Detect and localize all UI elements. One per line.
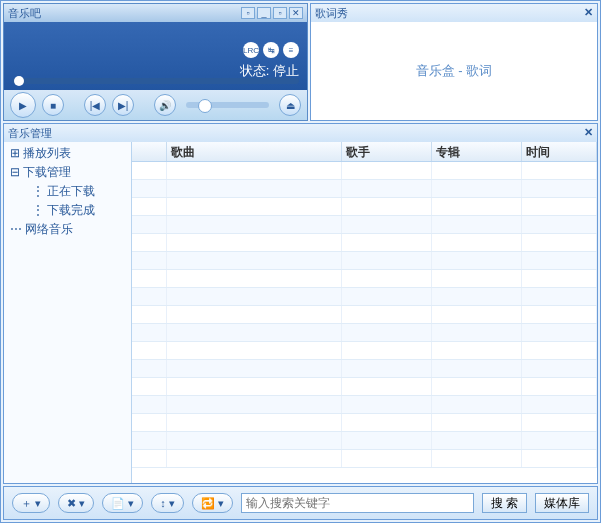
export-button[interactable]: 📄 ▾ bbox=[102, 493, 143, 513]
tree-item-downloading[interactable]: ⋮ 正在下载 bbox=[26, 182, 129, 201]
bottom-toolbar: ＋ ▾ ✖ ▾ 📄 ▾ ↕ ▾ 🔁 ▾ 搜 索 媒体库 bbox=[3, 486, 598, 520]
table-row[interactable] bbox=[132, 324, 597, 342]
search-button[interactable]: 搜 索 bbox=[482, 493, 527, 513]
player-titlebar: 音乐吧 ▫ _ ▫ ✕ bbox=[4, 4, 307, 22]
player-title-text: 音乐吧 bbox=[8, 6, 41, 21]
tree-item-downloaded[interactable]: ⋮ 下载完成 bbox=[26, 201, 129, 220]
grid-header: 歌曲 歌手 专辑 时间 bbox=[132, 142, 597, 162]
tree-item-download[interactable]: ⊟ 下载管理 bbox=[6, 163, 129, 182]
repeat-button[interactable]: 🔁 ▾ bbox=[192, 493, 233, 513]
top-row: 音乐吧 ▫ _ ▫ ✕ LRC ↹ ≡ 状态: 停止 bbox=[1, 1, 600, 123]
table-row[interactable] bbox=[132, 432, 597, 450]
lyrics-body: 音乐盒 - 歌词 bbox=[311, 22, 597, 120]
add-button[interactable]: ＋ ▾ bbox=[12, 493, 50, 513]
search-input[interactable] bbox=[241, 493, 474, 513]
table-row[interactable] bbox=[132, 288, 597, 306]
col-album[interactable]: 专辑 bbox=[432, 142, 522, 161]
table-row[interactable] bbox=[132, 306, 597, 324]
tree-children: ⋮ 正在下载 ⋮ 下载完成 bbox=[6, 182, 129, 220]
tree-label: 播放列表 bbox=[23, 146, 71, 160]
table-row[interactable] bbox=[132, 252, 597, 270]
window-buttons: ▫ _ ▫ ✕ bbox=[241, 7, 303, 19]
tree-label: 下载完成 bbox=[47, 203, 95, 217]
next-button[interactable]: ▶| bbox=[112, 94, 134, 116]
tree-label: 网络音乐 bbox=[25, 222, 73, 236]
sort-button[interactable]: ↕ ▾ bbox=[151, 493, 184, 513]
song-grid: 歌曲 歌手 专辑 时间 bbox=[132, 142, 597, 483]
player-display: LRC ↹ ≡ 状态: 停止 bbox=[4, 22, 307, 90]
table-row[interactable] bbox=[132, 216, 597, 234]
manager-panel: 音乐管理 ✕ ⊞ 播放列表 ⊟ 下载管理 ⋮ 正在下载 ⋮ 下载完成 ⋯ 网络音… bbox=[3, 123, 598, 484]
status-value: 停止 bbox=[273, 63, 299, 78]
lyrics-titlebar: 歌词秀 ✕ bbox=[311, 4, 597, 22]
grid-rows[interactable] bbox=[132, 162, 597, 483]
stop-button[interactable]: ■ bbox=[42, 94, 64, 116]
tree-label: 下载管理 bbox=[23, 165, 71, 179]
tree-view: ⊞ 播放列表 ⊟ 下载管理 ⋮ 正在下载 ⋮ 下载完成 ⋯ 网络音乐 bbox=[4, 142, 132, 483]
play-button[interactable]: ▶ bbox=[10, 92, 36, 118]
close-icon[interactable]: ✕ bbox=[289, 7, 303, 19]
tree-item-online[interactable]: ⋯ 网络音乐 bbox=[6, 220, 129, 239]
scroll-icon[interactable]: ↹ bbox=[263, 42, 279, 58]
table-row[interactable] bbox=[132, 378, 597, 396]
table-row[interactable] bbox=[132, 270, 597, 288]
table-row[interactable] bbox=[132, 198, 597, 216]
col-time[interactable]: 时间 bbox=[522, 142, 597, 161]
table-row[interactable] bbox=[132, 180, 597, 198]
col-artist[interactable]: 歌手 bbox=[342, 142, 432, 161]
table-row[interactable] bbox=[132, 360, 597, 378]
toggle-icon[interactable]: ▫ bbox=[241, 7, 255, 19]
eject-button[interactable]: ⏏ bbox=[279, 94, 301, 116]
display-mode-buttons: LRC ↹ ≡ bbox=[243, 42, 299, 58]
manager-body: ⊞ 播放列表 ⊟ 下载管理 ⋮ 正在下载 ⋮ 下载完成 ⋯ 网络音乐 歌曲 歌手… bbox=[4, 142, 597, 483]
app-window: 音乐吧 ▫ _ ▫ ✕ LRC ↹ ≡ 状态: 停止 bbox=[0, 0, 601, 523]
manager-titlebar: 音乐管理 ✕ bbox=[4, 124, 597, 142]
table-row[interactable] bbox=[132, 162, 597, 180]
minimize-icon[interactable]: _ bbox=[257, 7, 271, 19]
manager-title-text: 音乐管理 bbox=[8, 126, 52, 140]
prev-button[interactable]: |◀ bbox=[84, 94, 106, 116]
col-index[interactable] bbox=[132, 142, 167, 161]
col-song[interactable]: 歌曲 bbox=[167, 142, 342, 161]
table-row[interactable] bbox=[132, 396, 597, 414]
lyrics-panel: 歌词秀 ✕ 音乐盒 - 歌词 bbox=[310, 3, 598, 121]
list-icon[interactable]: ≡ bbox=[283, 42, 299, 58]
remove-button[interactable]: ✖ ▾ bbox=[58, 493, 94, 513]
tree-label: 正在下载 bbox=[47, 184, 95, 198]
status-label: 状态: bbox=[240, 63, 270, 78]
player-controls: ▶ ■ |◀ ▶| 🔊 ⏏ bbox=[4, 90, 307, 120]
close-icon[interactable]: ✕ bbox=[584, 6, 593, 20]
table-row[interactable] bbox=[132, 414, 597, 432]
close-icon[interactable]: ✕ bbox=[584, 126, 593, 140]
player-panel: 音乐吧 ▫ _ ▫ ✕ LRC ↹ ≡ 状态: 停止 bbox=[3, 3, 308, 121]
volume-icon[interactable]: 🔊 bbox=[154, 94, 176, 116]
lrc-icon[interactable]: LRC bbox=[243, 42, 259, 58]
table-row[interactable] bbox=[132, 234, 597, 252]
progress-slider[interactable] bbox=[12, 78, 299, 84]
volume-slider[interactable] bbox=[186, 102, 269, 108]
lyrics-title-text: 歌词秀 bbox=[315, 6, 348, 20]
table-row[interactable] bbox=[132, 450, 597, 468]
media-library-button[interactable]: 媒体库 bbox=[535, 493, 589, 513]
table-row[interactable] bbox=[132, 342, 597, 360]
tree-item-playlist[interactable]: ⊞ 播放列表 bbox=[6, 144, 129, 163]
restore-icon[interactable]: ▫ bbox=[273, 7, 287, 19]
